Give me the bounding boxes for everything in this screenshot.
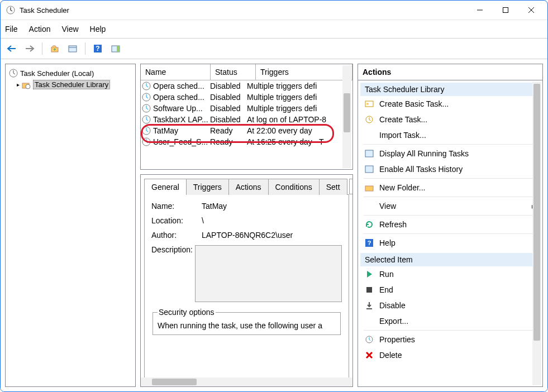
action-label: Create Basic Task... [379,99,449,108]
label-author: Author: [151,231,202,240]
col-name[interactable]: Name [141,64,211,80]
svg-rect-6 [69,46,77,52]
actions-scrollbar[interactable] [532,82,541,385]
action-export[interactable]: Export... [360,313,540,329]
svg-rect-11 [117,46,120,52]
action-create-task[interactable]: Create Task... [360,112,540,127]
cell: Multiple triggers defi [247,82,342,90]
cell: Disabled [210,104,247,113]
menu-action[interactable]: Action [29,25,51,34]
refresh-icon [365,220,374,229]
tab-triggers[interactable]: Triggers [186,179,229,195]
actions-body: Task Scheduler Library▴ Create Basic Tas… [358,80,542,386]
actions-pane-button[interactable] [109,42,122,55]
security-options-header: Security options [158,308,216,317]
action-end[interactable]: End [360,282,540,298]
properties-icon [365,335,374,344]
menu-help[interactable]: Help [90,25,106,34]
actions-title: Actions [358,64,542,80]
action-label: View [379,202,396,211]
folder-clock-icon [22,80,31,89]
task-row[interactable]: Opera sched...DisabledMultiple triggers … [141,80,342,92]
menu-view[interactable]: View [61,25,78,34]
spacer-icon [365,202,374,211]
cell: Disabled [210,82,247,90]
tab-actions[interactable]: Actions [228,179,269,195]
action-properties[interactable]: Properties [360,332,540,347]
action-label: Delete [379,351,402,360]
h-scrollbar[interactable] [141,377,352,386]
action-create-basic-task[interactable]: Create Basic Task... [360,96,540,112]
properties-button[interactable] [66,42,79,55]
action-run[interactable]: Run [360,266,540,282]
action-delete[interactable]: Delete [360,347,540,363]
task-row[interactable]: TatMayReadyAt 22:00 every day [141,125,342,136]
svg-text:?: ? [96,45,99,52]
tree-library-label: Task Scheduler Library [33,80,110,89]
value-name: TatMay [202,202,342,211]
window-controls [467,2,544,18]
task-row[interactable]: TaskbarX LAP...DisabledAt log on of LAPT… [141,114,342,125]
action-label: Help [379,238,395,247]
tree-root-label: Task Scheduler (Local) [20,69,94,78]
cell: Ready [210,126,247,135]
tab-settings[interactable]: Sett [319,179,347,195]
action-disable[interactable]: Disable [360,298,540,313]
tabs: General Triggers Actions Conditions Sett… [144,179,349,195]
task-scheduler-window: Task Scheduler File Action View Help ? T… [0,0,548,392]
task-row[interactable]: Opera sched...DisabledMultiple triggers … [141,92,342,103]
label-name: Name: [151,202,202,211]
svg-point-22 [366,103,369,105]
menubar: File Action View Help [1,20,547,38]
value-location: \ [202,216,342,225]
disable-icon [365,301,374,310]
v-scrollbar[interactable] [342,65,351,168]
action-import-task[interactable]: Import Task... [360,127,540,143]
menu-file[interactable]: File [5,25,18,34]
svg-rect-2 [503,8,508,13]
tree-library[interactable]: ▸ Task Scheduler Library [9,79,132,90]
col-triggers[interactable]: Triggers [256,64,352,80]
forward-button[interactable] [23,42,36,55]
action-help[interactable]: ?Help [360,235,540,251]
task-row[interactable]: Software Up...DisabledMultiple triggers … [141,103,342,114]
action-enable-history[interactable]: Enable All Tasks History [360,161,540,177]
action-refresh[interactable]: Refresh [360,217,540,232]
security-options-text: When running the task, use the following… [158,321,336,330]
action-display-running[interactable]: Display All Running Tasks [360,146,540,161]
window-icon [365,149,374,158]
spacer-icon [365,131,374,140]
task-rows: Opera sched...DisabledMultiple triggers … [141,80,352,147]
group-library-label: Task Scheduler Library [365,85,444,94]
app-icon [6,6,15,15]
tab-scroll-left[interactable]: ◂ [349,179,353,194]
close-button[interactable] [518,2,544,18]
expand-icon: ▸ [17,82,20,88]
description-box[interactable] [195,245,342,302]
task-header: Name Status Triggers [141,64,352,80]
tree-root[interactable]: Task Scheduler (Local) [9,68,132,79]
help-icon[interactable]: ? [91,42,104,55]
cell: Disabled [210,115,247,124]
minimize-button[interactable] [467,2,493,18]
titlebar: Task Scheduler [1,1,547,20]
maximize-button[interactable] [493,2,518,18]
task-row[interactable]: User_Feed_S...ReadyAt 16:25 every day - … [141,136,342,147]
tab-general[interactable]: General [144,179,187,195]
back-button[interactable] [5,42,18,55]
up-button[interactable] [48,42,61,55]
cell: At 16:25 every day - T [247,137,342,146]
tab-conditions[interactable]: Conditions [268,179,320,195]
group-selected-label: Selected Item [365,255,413,264]
actions-pane: Actions Task Scheduler Library▴ Create B… [358,64,543,387]
clock-icon [9,69,18,78]
action-label: Properties [379,335,415,344]
group-library[interactable]: Task Scheduler Library▴ [360,83,540,96]
action-new-folder[interactable]: New Folder... [360,180,540,195]
col-status[interactable]: Status [211,64,256,80]
group-selected[interactable]: Selected Item▴ [360,253,540,266]
delete-icon [365,351,374,360]
action-view[interactable]: View▸ [360,198,540,214]
general-tab-body: Name:TatMay Location:\ Author:LAPTOP-86N… [144,194,349,387]
cell: TaskbarX LAP... [153,115,210,124]
